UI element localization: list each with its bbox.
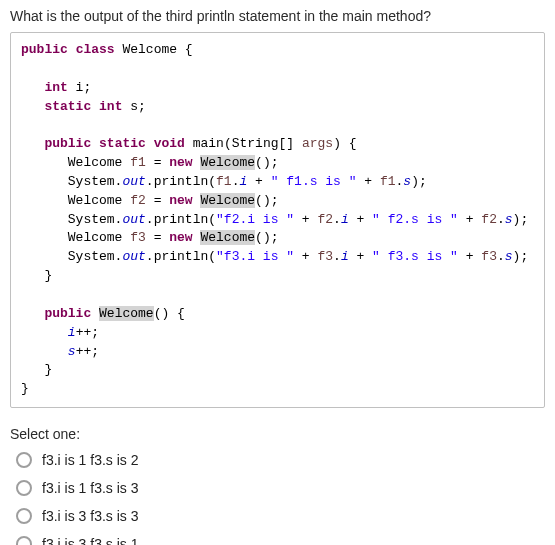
option-label: f3.i is 3 f3.s is 3 (42, 508, 138, 524)
code-block: public class Welcome { int i; static int… (10, 32, 545, 408)
select-one-label: Select one: (10, 426, 545, 442)
option-label: f3.i is 1 f3.s is 2 (42, 452, 138, 468)
options-list: f3.i is 1 f3.s is 2 f3.i is 1 f3.s is 3 … (10, 448, 545, 545)
option-row[interactable]: f3.i is 1 f3.s is 3 (16, 476, 545, 500)
question-text: What is the output of the third println … (10, 8, 545, 24)
option-row[interactable]: f3.i is 3 f3.s is 1 (16, 532, 545, 545)
option-label: f3.i is 3 f3.s is 1 (42, 536, 138, 545)
code-content: public class Welcome { int i; static int… (21, 41, 534, 399)
radio-icon[interactable] (16, 536, 32, 545)
option-row[interactable]: f3.i is 3 f3.s is 3 (16, 504, 545, 528)
option-row[interactable]: f3.i is 1 f3.s is 2 (16, 448, 545, 472)
radio-icon[interactable] (16, 452, 32, 468)
option-label: f3.i is 1 f3.s is 3 (42, 480, 138, 496)
radio-icon[interactable] (16, 508, 32, 524)
radio-icon[interactable] (16, 480, 32, 496)
